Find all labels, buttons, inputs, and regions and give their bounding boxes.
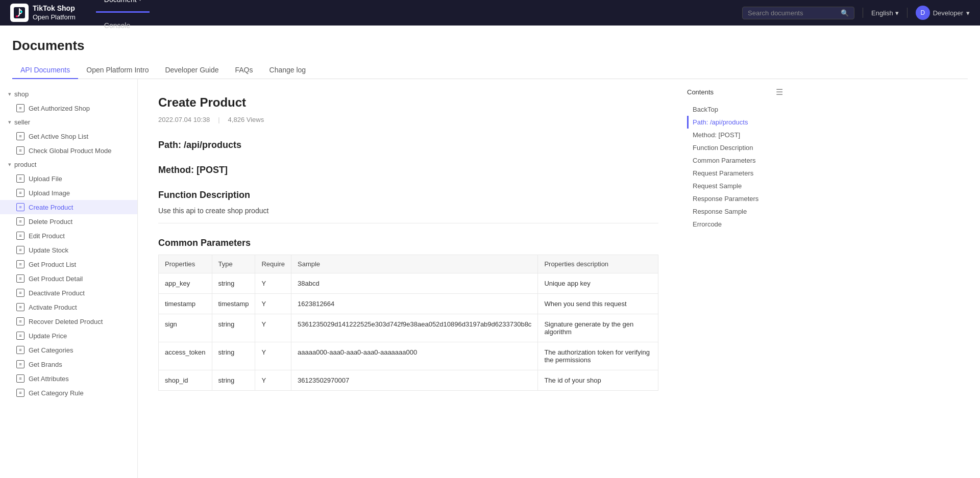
cell-description: The id of your shop bbox=[538, 370, 658, 391]
cell-sample: 1623812664 bbox=[291, 294, 538, 314]
toc-list-icon[interactable]: ☰ bbox=[776, 87, 783, 97]
collapse-arrow: ▾ bbox=[8, 119, 11, 125]
sidebar-item-get-product-detail[interactable]: ≡ Get Product Detail bbox=[0, 271, 137, 286]
cell-sample: 36123502970007 bbox=[291, 370, 538, 391]
doc-icon: ≡ bbox=[16, 132, 24, 140]
sidebar-item-activate-product[interactable]: ≡ Activate Product bbox=[0, 300, 137, 314]
sidebar-item-create-product[interactable]: ≡ Create Product bbox=[0, 200, 137, 214]
main-content: Create Product 2022.07.04 10:38 | 4,826 … bbox=[138, 79, 679, 478]
nav-console[interactable]: Console bbox=[96, 13, 150, 38]
docs-title: Documents bbox=[12, 38, 968, 54]
sidebar-group-product[interactable]: ▾ product bbox=[0, 158, 137, 171]
doc-icon: ≡ bbox=[16, 246, 24, 254]
logo[interactable]: TikTok Shop Open Platform bbox=[10, 4, 76, 22]
sidebar-item-update-stock[interactable]: ≡ Update Stock bbox=[0, 243, 137, 257]
doc-icon: ≡ bbox=[16, 274, 24, 283]
article-date: 2022.07.04 10:38 bbox=[158, 116, 210, 123]
col-header-type: Type bbox=[212, 255, 255, 273]
doc-icon: ≡ bbox=[16, 174, 24, 183]
cell-require: Y bbox=[255, 370, 291, 391]
chevron-down-icon2: ▾ bbox=[966, 9, 970, 17]
tab-developer-guide[interactable]: Developer Guide bbox=[157, 62, 227, 79]
sidebar-item-recover-deleted-product[interactable]: ≡ Recover Deleted Product bbox=[0, 314, 137, 329]
search-icon: 🔍 bbox=[841, 9, 849, 17]
toc-item-path-api-products[interactable]: Path: /api/products bbox=[687, 116, 783, 129]
language-selector[interactable]: English ▾ bbox=[871, 9, 899, 17]
cell-require: Y bbox=[255, 342, 291, 370]
cell-sample: 38abcd bbox=[291, 273, 538, 294]
sidebar-item-get-categories[interactable]: ≡ Get Categories bbox=[0, 343, 137, 357]
sidebar-group-seller[interactable]: ▾ seller bbox=[0, 115, 137, 129]
avatar: D bbox=[916, 6, 930, 20]
toc-item-function-description[interactable]: Function Description bbox=[687, 141, 783, 154]
cell-type: string bbox=[212, 370, 255, 391]
tab-faqs[interactable]: FAQs bbox=[227, 62, 261, 79]
table-row: sign string Y 5361235029d141222525e303d7… bbox=[159, 314, 658, 342]
cell-type: timestamp bbox=[212, 294, 255, 314]
common-params-table: Properties Type Require Sample Propertie… bbox=[158, 255, 658, 391]
section-divider bbox=[158, 223, 658, 223]
logo-text: TikTok Shop Open Platform bbox=[33, 4, 76, 21]
toc-item-response-parameters[interactable]: Response Parameters bbox=[687, 192, 783, 205]
toc-item-request-sample[interactable]: Request Sample bbox=[687, 180, 783, 192]
toc-item-errorcode[interactable]: Errorcode bbox=[687, 218, 783, 231]
toc-list: BackTopPath: /api/productsMethod: [POST]… bbox=[687, 103, 783, 231]
divider bbox=[863, 8, 863, 18]
col-header-properties: Properties bbox=[159, 255, 212, 273]
tab-api-documents[interactable]: API Documents bbox=[12, 62, 78, 79]
sidebar-item-check-global-product-mode[interactable]: ≡ Check Global Product Mode bbox=[0, 143, 137, 158]
toc-item-method-post-[interactable]: Method: [POST] bbox=[687, 129, 783, 141]
doc-icon: ≡ bbox=[16, 303, 24, 311]
col-header-description: Properties description bbox=[538, 255, 658, 273]
toc-header: Contents ☰ bbox=[687, 87, 783, 97]
content-area: ▾ shop ≡ Get Authorized Shop ▾ seller ≡ … bbox=[0, 79, 980, 478]
nav-document[interactable]: Document ▾ bbox=[96, 0, 150, 13]
divider2 bbox=[907, 8, 908, 18]
doc-icon: ≡ bbox=[16, 374, 24, 383]
sidebar-item-get-product-list[interactable]: ≡ Get Product List bbox=[0, 257, 137, 271]
logo-icon bbox=[10, 4, 29, 22]
article-meta: 2022.07.04 10:38 | 4,826 Views bbox=[158, 116, 658, 123]
sidebar-item-get-category-rule[interactable]: ≡ Get Category Rule bbox=[0, 386, 137, 400]
toc-item-common-parameters[interactable]: Common Parameters bbox=[687, 154, 783, 167]
doc-icon: ≡ bbox=[16, 232, 24, 240]
toc-item-backtop[interactable]: BackTop bbox=[687, 103, 783, 116]
tab-open-platform-intro[interactable]: Open Platform Intro bbox=[78, 62, 157, 79]
sidebar-item-delete-product[interactable]: ≡ Delete Product bbox=[0, 214, 137, 229]
sidebar-item-get-active-shop-list[interactable]: ≡ Get Active Shop List bbox=[0, 129, 137, 143]
search-input[interactable] bbox=[748, 9, 838, 17]
cell-description: Signature generate by the gen algorithm bbox=[538, 314, 658, 342]
col-header-require: Require bbox=[255, 255, 291, 273]
cell-type: string bbox=[212, 314, 255, 342]
function-description-text: Use this api to create shop product bbox=[158, 207, 658, 215]
tab-change-log[interactable]: Change log bbox=[261, 62, 314, 79]
cell-require: Y bbox=[255, 294, 291, 314]
sidebar-item-get-authorized-shop[interactable]: ≡ Get Authorized Shop bbox=[0, 101, 137, 115]
main-nav: Document ▾ Console bbox=[96, 0, 150, 38]
col-header-sample: Sample bbox=[291, 255, 538, 273]
cell-property: shop_id bbox=[159, 370, 212, 391]
sidebar-item-update-price[interactable]: ≡ Update Price bbox=[0, 329, 137, 343]
sidebar-item-upload-file[interactable]: ≡ Upload File bbox=[0, 171, 137, 186]
cell-description: When you send this request bbox=[538, 294, 658, 314]
header-right: 🔍 English ▾ D Developer ▾ bbox=[742, 6, 970, 20]
doc-icon: ≡ bbox=[16, 189, 24, 197]
sidebar-item-edit-product[interactable]: ≡ Edit Product bbox=[0, 229, 137, 243]
toc-item-request-parameters[interactable]: Request Parameters bbox=[687, 167, 783, 180]
cell-sample: 5361235029d141222525e303d742f9e38aea052d… bbox=[291, 314, 538, 342]
cell-description: Unique app key bbox=[538, 273, 658, 294]
toc-item-response-sample[interactable]: Response Sample bbox=[687, 205, 783, 218]
doc-icon: ≡ bbox=[16, 317, 24, 325]
function-description-title: Function Description bbox=[158, 190, 658, 200]
sidebar-item-upload-image[interactable]: ≡ Upload Image bbox=[0, 186, 137, 200]
search-box[interactable]: 🔍 bbox=[742, 7, 854, 19]
sidebar-item-get-attributes[interactable]: ≡ Get Attributes bbox=[0, 371, 137, 386]
sidebar-group-shop[interactable]: ▾ shop bbox=[0, 87, 137, 101]
cell-type: string bbox=[212, 342, 255, 370]
cell-property: app_key bbox=[159, 273, 212, 294]
doc-icon: ≡ bbox=[16, 104, 24, 112]
sidebar-item-deactivate-product[interactable]: ≡ Deactivate Product bbox=[0, 286, 137, 300]
sidebar-item-get-brands[interactable]: ≡ Get Brands bbox=[0, 357, 137, 371]
user-menu[interactable]: D Developer ▾ bbox=[916, 6, 970, 20]
doc-icon: ≡ bbox=[16, 289, 24, 297]
